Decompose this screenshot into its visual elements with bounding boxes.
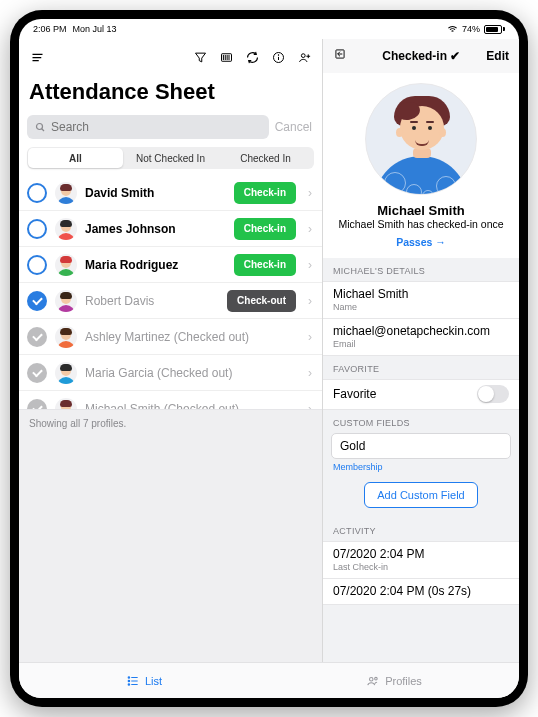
unchecked-indicator[interactable] xyxy=(27,255,47,275)
menu-icon[interactable] xyxy=(25,45,49,69)
custom-header: CUSTOM FIELDS xyxy=(323,410,519,433)
add-user-icon[interactable] xyxy=(292,45,316,69)
avatar xyxy=(55,326,77,348)
status-bar: 2:06 PM Mon Jul 13 74% xyxy=(19,19,519,39)
custom-field-label: Membership xyxy=(323,459,519,472)
battery-icon xyxy=(484,25,505,34)
page-title: Attendance Sheet xyxy=(19,75,322,115)
seg-all[interactable]: All xyxy=(28,148,123,168)
avatar xyxy=(55,182,77,204)
tab-profiles[interactable]: Profiles xyxy=(269,663,519,698)
checked-in-status: Checked-in ✔ xyxy=(382,49,460,63)
row-name: Maria Garcia (Checked out) xyxy=(85,366,296,380)
svg-line-15 xyxy=(42,129,44,131)
passes-link[interactable]: Passes → xyxy=(396,236,446,248)
avatar xyxy=(55,254,77,276)
detail-name-value: Michael Smith xyxy=(333,287,509,301)
activity-ts-2: 07/2020 2:04 PM (0s 27s) xyxy=(333,584,509,598)
list-footer: Showing all 7 profiles. xyxy=(19,409,322,662)
search-icon xyxy=(34,121,46,133)
attendee-list: David SmithCheck-in›James JohnsonCheck-i… xyxy=(19,175,322,409)
profile-card: Michael Smith Michael Smith has checked-… xyxy=(323,73,519,258)
profile-subtitle: Michael Smith has checked-in once xyxy=(334,218,507,230)
list-row[interactable]: Robert DavisCheck-out› xyxy=(19,283,322,319)
seg-not-checked-in[interactable]: Not Checked In xyxy=(123,148,218,168)
avatar xyxy=(55,290,77,312)
profiles-icon xyxy=(366,674,380,688)
favorite-cell[interactable]: Favorite xyxy=(323,379,519,410)
right-toolbar: Checked-in ✔ Edit xyxy=(323,39,519,73)
check-out-button[interactable]: Check-out xyxy=(227,290,296,312)
status-date: Mon Jul 13 xyxy=(73,24,117,34)
bottom-tab-bar: List Profiles xyxy=(19,662,519,698)
tab-profiles-label: Profiles xyxy=(385,675,422,687)
barcode-icon[interactable] xyxy=(214,45,238,69)
tab-list-label: List xyxy=(145,675,162,687)
profile-avatar xyxy=(365,83,477,195)
unchecked-indicator[interactable] xyxy=(27,183,47,203)
battery-pct: 74% xyxy=(462,24,480,34)
svg-point-24 xyxy=(370,677,374,681)
chevron-right-icon: › xyxy=(304,402,316,410)
wifi-icon xyxy=(447,24,458,35)
refresh-icon[interactable] xyxy=(240,45,264,69)
row-name: Ashley Martinez (Checked out) xyxy=(85,330,296,344)
list-row[interactable]: James JohnsonCheck-in› xyxy=(19,211,322,247)
avatar xyxy=(55,398,77,410)
list-row[interactable]: Maria Garcia (Checked out)› xyxy=(19,355,322,391)
row-name: Michael Smith (Checked out) xyxy=(85,402,296,410)
back-export-icon[interactable] xyxy=(333,47,347,65)
detail-name-label: Name xyxy=(333,302,509,312)
search-cancel[interactable]: Cancel xyxy=(275,120,314,134)
detail-email-cell[interactable]: michael@onetapcheckin.com Email xyxy=(323,319,519,356)
tab-list[interactable]: List xyxy=(19,663,269,698)
edit-button[interactable]: Edit xyxy=(486,49,509,63)
chevron-right-icon: › xyxy=(304,222,316,236)
favorite-label: Favorite xyxy=(333,387,376,401)
svg-point-22 xyxy=(128,680,129,681)
checked-out-indicator[interactable] xyxy=(27,363,47,383)
detail-email-value: michael@onetapcheckin.com xyxy=(333,324,509,338)
list-icon xyxy=(126,674,140,688)
check-in-button[interactable]: Check-in xyxy=(234,218,296,240)
check-in-button[interactable]: Check-in xyxy=(234,254,296,276)
checked-out-indicator[interactable] xyxy=(27,327,47,347)
activity-label: Last Check-in xyxy=(333,562,509,572)
checked-indicator[interactable] xyxy=(27,291,47,311)
list-row[interactable]: Maria RodriguezCheck-in› xyxy=(19,247,322,283)
activity-ts: 07/2020 2:04 PM xyxy=(333,547,509,561)
svg-point-25 xyxy=(375,677,378,680)
check-in-button[interactable]: Check-in xyxy=(234,182,296,204)
profile-name: Michael Smith xyxy=(377,203,464,218)
search-box[interactable] xyxy=(27,115,269,139)
add-custom-field-button[interactable]: Add Custom Field xyxy=(364,482,477,508)
favorite-toggle[interactable] xyxy=(477,385,509,403)
list-row[interactable]: Ashley Martinez (Checked out)› xyxy=(19,319,322,355)
filter-icon[interactable] xyxy=(188,45,212,69)
info-icon[interactable] xyxy=(266,45,290,69)
status-time: 2:06 PM xyxy=(33,24,67,34)
checked-out-indicator[interactable] xyxy=(27,399,47,410)
chevron-right-icon: › xyxy=(304,186,316,200)
activity-cell: 07/2020 2:04 PM Last Check-in xyxy=(323,541,519,579)
filter-segmented[interactable]: All Not Checked In Checked In xyxy=(27,147,314,169)
activity-cell-2: 07/2020 2:04 PM (0s 27s) xyxy=(323,579,519,605)
avatar xyxy=(55,362,77,384)
list-row[interactable]: David SmithCheck-in› xyxy=(19,175,322,211)
list-row[interactable]: Michael Smith (Checked out)› xyxy=(19,391,322,409)
detail-email-label: Email xyxy=(333,339,509,349)
favorite-header: FAVORITE xyxy=(323,356,519,379)
custom-field-input[interactable]: Gold xyxy=(331,433,511,459)
svg-point-23 xyxy=(128,683,129,684)
avatar xyxy=(55,218,77,240)
chevron-right-icon: › xyxy=(304,366,316,380)
left-toolbar xyxy=(19,39,322,75)
seg-checked-in[interactable]: Checked In xyxy=(218,148,313,168)
detail-name-cell[interactable]: Michael Smith Name xyxy=(323,281,519,319)
activity-header: ACTIVITY xyxy=(323,518,519,541)
svg-point-11 xyxy=(301,53,305,57)
row-name: Maria Rodriguez xyxy=(85,258,226,272)
search-input[interactable] xyxy=(51,120,262,134)
svg-point-14 xyxy=(37,124,43,130)
unchecked-indicator[interactable] xyxy=(27,219,47,239)
